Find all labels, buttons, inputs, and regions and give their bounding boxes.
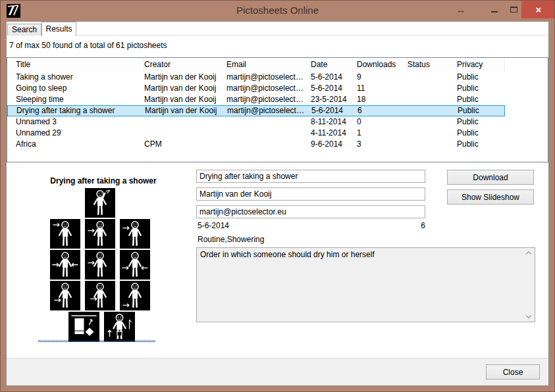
pictogram-dry-belly-icon	[85, 250, 115, 280]
column-header-email[interactable]: Email	[226, 58, 311, 72]
preview-title: Drying after taking a shower	[38, 176, 169, 185]
minimize-button[interactable]	[486, 1, 503, 18]
app-window: Pictosheets Online ↔ × Search Results 7 …	[0, 0, 555, 392]
table-row[interactable]: Going to sleep Martijn van der Kooij mar…	[7, 83, 505, 94]
bottom-bar: Close	[7, 358, 548, 385]
table-row-selected[interactable]: Drying after taking a shower Martijn van…	[7, 105, 505, 116]
scroll-down-icon[interactable]	[525, 314, 532, 319]
pictogram-dry-legs-icon	[120, 281, 150, 310]
results-table: Title Creator Email Date Downloads Statu…	[7, 57, 548, 162]
tab-results[interactable]: Results	[41, 22, 76, 36]
close-button[interactable]: Close	[486, 364, 540, 380]
pictogram-dry-arm-icon	[120, 219, 150, 249]
detail-title-field[interactable]	[196, 170, 425, 183]
detail-description-box[interactable]: Order in which someone should dry him or…	[196, 247, 535, 322]
column-header-status[interactable]: Status	[408, 58, 457, 72]
detail-tags-label: Routine,Showering	[198, 235, 264, 244]
pictogram-hang-towel-icon	[68, 312, 99, 342]
pictogram-dry-chest-icon	[85, 219, 115, 249]
minimize-icon	[491, 11, 498, 12]
maximize-button[interactable]	[505, 1, 522, 18]
attribution-fineprint	[38, 340, 155, 342]
pictogram-dry-back-icon	[50, 250, 80, 280]
tab-search[interactable]: Search	[7, 24, 41, 36]
pictogram-dry-groin-icon	[85, 281, 115, 310]
detail-creator-field[interactable]	[196, 187, 425, 201]
pictogram-dry-hair-with-towel-icon	[85, 188, 115, 218]
results-summary: 7 of max 50 found of a total of 61 picto…	[9, 41, 167, 50]
content-area: Search Results 7 of max 50 found of a to…	[6, 21, 549, 386]
table-row[interactable]: Taking a shower Martijn van der Kooij ma…	[7, 72, 505, 83]
maximize-icon	[510, 7, 517, 12]
table-header: Title Creator Email Date Downloads Statu…	[7, 58, 505, 72]
table-row[interactable]: Unnamed 3 8-11-2014 0 Public	[7, 116, 505, 128]
tab-strip-divider	[7, 35, 548, 36]
pictogram-get-dressed-icon	[104, 312, 135, 342]
column-header-privacy[interactable]: Privacy	[457, 58, 505, 72]
pictogram-dry-face-icon	[50, 219, 80, 249]
show-slideshow-button[interactable]: Show Slideshow	[447, 189, 534, 205]
close-window-button[interactable]: ×	[521, 1, 555, 18]
table-row[interactable]: Sleeping time Martijn van der Kooij mart…	[7, 94, 505, 105]
column-header-downloads[interactable]: Downloads	[357, 58, 408, 72]
detail-description-text: Order in which someone should dry him or…	[200, 250, 375, 259]
title-bar: Pictosheets Online ↔ ×	[1, 1, 554, 21]
close-icon: ×	[536, 4, 542, 15]
column-header-creator[interactable]: Creator	[144, 58, 226, 72]
detail-downloads-count: 6	[196, 221, 425, 230]
column-header-date[interactable]: Date	[311, 58, 357, 72]
resize-window-button[interactable]: ↔	[452, 1, 469, 18]
table-row[interactable]: Unnamed 29 4-11-2014 1 Public	[7, 128, 505, 139]
pictogram-dry-bottom-icon	[50, 281, 80, 310]
column-header-title[interactable]: Title	[16, 58, 144, 72]
download-button[interactable]: Download	[447, 170, 534, 185]
resize-arrows-icon: ↔	[456, 5, 465, 15]
table-row[interactable]: Africa CPM 9-6-2014 3 Public	[7, 139, 505, 150]
scroll-up-icon[interactable]	[525, 251, 532, 255]
detail-email-field[interactable]	[196, 205, 425, 218]
pictogram-dry-hips-icon	[120, 250, 150, 280]
window-title: Pictosheets Online	[1, 5, 554, 16]
